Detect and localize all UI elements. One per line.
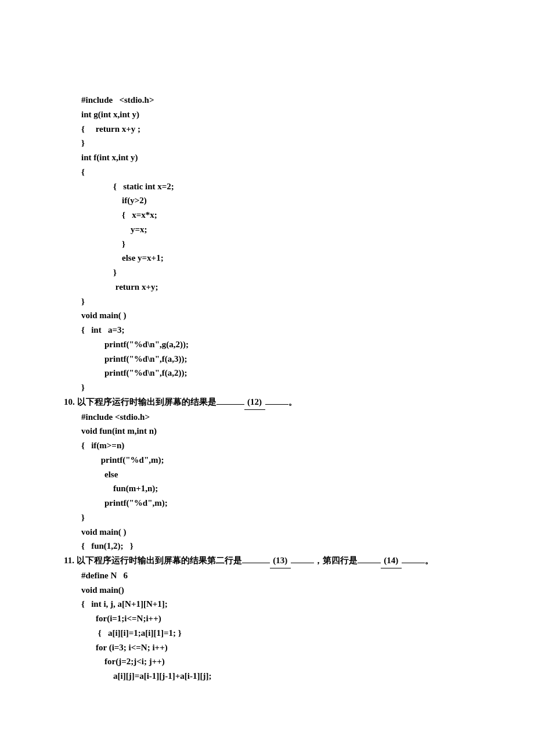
question-number: 11. [64,553,74,568]
code-line: { fun(1,2); } [64,539,470,553]
question-text: ，第四行是 [314,556,358,565]
code-line: } [64,294,470,309]
code-line: for(i=1;i<=N;i++) [64,611,470,626]
code-line: } [64,380,470,395]
fill-blank[interactable] [217,404,244,405]
code-line: else y=x+1; [64,251,470,265]
code-line: y=x; [64,222,470,237]
code-line: void main() [64,583,470,597]
punct: 。 [288,397,297,406]
code-line: } [64,136,470,150]
code-line: { a[i][i]=1;a[i][1]=1; } [64,626,470,640]
question-text: 以下程序运行时输出到屏幕的结果第二行是 [77,556,242,565]
code-line: printf("%d\n",f(a,3)); [64,352,470,366]
blank-label: (13) [270,553,291,568]
code-line: { if(m>=n) [64,438,470,453]
question-11: 11. 以下程序运行时输出到屏幕的结果第二行是(13)，第四行是(14)。 [64,553,470,568]
question-text: 以下程序运行时输出到屏幕的结果是 [77,397,217,406]
code-line: #define N 6 [64,568,470,583]
code-line: #include <stdio.h> [64,410,470,424]
blank-label: (12) [244,395,265,410]
code-line: for (i=3; i<=N; i++) [64,640,470,655]
punct: 。 [425,556,434,565]
code-line: printf("%d\n",g(a,2)); [64,337,470,352]
code-line: void fun(int m,int n) [64,424,470,438]
code-line: void main( ) [64,308,470,323]
code-line: { x=x*x; [64,208,470,222]
code-line: printf("%d\n",f(a,2)); [64,366,470,380]
code-line: fun(m+1,n); [64,481,470,496]
code-line: return x+y; [64,280,470,294]
code-line: } [64,265,470,280]
code-line: printf("%d",m); [64,453,470,467]
fill-blank[interactable] [265,404,288,405]
code-line: } [64,237,470,251]
blank-label: (14) [381,553,402,568]
fill-blank[interactable] [242,563,270,563]
code-line: printf("%d",m); [64,496,470,510]
question-10: 10. 以下程序运行时输出到屏幕的结果是(12)。 [64,395,470,410]
code-line: { [64,165,470,179]
code-line: int f(int x,int y) [64,150,470,165]
code-line: { int a=3; [64,323,470,337]
fill-blank[interactable] [358,563,381,563]
page: #include <stdio.h> int g(int x,int y) { … [0,0,534,756]
fill-blank[interactable] [291,563,314,563]
code-line: if(y>2) [64,193,470,208]
code-line: for(j=2;j<i; j++) [64,654,470,669]
code-line: } [64,510,470,525]
code-line: { static int x=2; [64,179,470,194]
code-line: else [64,467,470,482]
code-line: a[i][j]=a[i-1][j-1]+a[i-1][j]; [64,669,470,683]
question-number: 10. [64,395,75,409]
fill-blank[interactable] [402,563,425,563]
code-line: { return x+y ; [64,122,470,136]
code-line: { int i, j, a[N+1][N+1]; [64,597,470,611]
code-line: int g(int x,int y) [64,107,470,122]
code-line: void main( ) [64,525,470,539]
code-line: #include <stdio.h> [64,93,470,107]
